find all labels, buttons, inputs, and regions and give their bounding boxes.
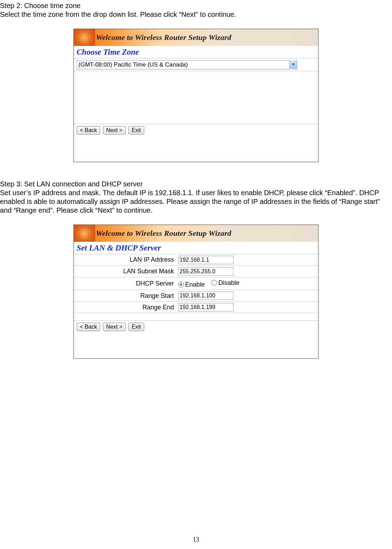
exit-button[interactable]: Exit: [128, 323, 144, 331]
table-row: LAN IP Address: [74, 254, 318, 266]
wizard-lan-panel: Welcome to Wireless Router Setup Wizard …: [74, 225, 318, 359]
dhcp-disable-radio[interactable]: Disable: [211, 279, 239, 287]
radio-checked-icon: [178, 282, 184, 287]
next-button[interactable]: Next >: [103, 323, 126, 331]
lan-ip-label: LAN IP Address: [74, 254, 176, 266]
wizard-heading-timezone: Choose Time Zone: [74, 46, 318, 58]
radio-unchecked-icon: [211, 280, 217, 286]
lan-mask-input[interactable]: [178, 267, 233, 276]
next-button[interactable]: Next >: [103, 126, 126, 135]
table-row: Range End: [74, 302, 318, 313]
table-row: LAN Subnet Mask: [74, 266, 318, 277]
back-button[interactable]: < Back: [77, 126, 100, 135]
back-button[interactable]: < Back: [77, 323, 100, 331]
banner-title: Welcome to Wireless Router Setup Wizard: [96, 228, 231, 238]
lan-mask-label: LAN Subnet Mask: [74, 266, 176, 277]
step3-desc: Set user’s IP address and mask. The defa…: [0, 188, 392, 215]
page-number: 13: [0, 536, 392, 544]
table-row: Range Start: [74, 290, 318, 302]
banner-title: Welcome to Wireless Router Setup Wizard: [96, 33, 231, 42]
wizard-banner: Welcome to Wireless Router Setup Wizard: [74, 29, 318, 46]
range-end-label: Range End: [74, 302, 176, 313]
table-row: DHCP Server Enable Disable: [74, 277, 318, 290]
step3-title: Step 3: Set LAN connection and DHCP serv…: [0, 180, 392, 188]
step2-desc: Select the time zone from the drop down …: [0, 10, 392, 19]
banner-swirl-graphic: [74, 225, 95, 242]
dhcp-disable-label: Disable: [218, 279, 239, 287]
timezone-select[interactable]: [77, 60, 297, 69]
lan-ip-input[interactable]: [178, 256, 233, 264]
step2-title: Step 2: Choose time zone: [0, 1, 392, 10]
exit-button[interactable]: Exit: [128, 126, 144, 135]
range-end-input[interactable]: [178, 303, 233, 311]
range-start-label: Range Start: [74, 290, 176, 302]
wizard-heading-lan: Set LAN & DHCP Server: [74, 242, 318, 254]
banner-swirl-graphic: [74, 29, 95, 46]
range-start-input[interactable]: [178, 291, 233, 300]
dhcp-enable-label: Enable: [185, 281, 205, 289]
wizard-banner: Welcome to Wireless Router Setup Wizard: [74, 225, 318, 242]
dhcp-enable-radio[interactable]: Enable: [178, 281, 205, 289]
wizard-timezone-panel: Welcome to Wireless Router Setup Wizard …: [74, 29, 318, 162]
dhcp-label: DHCP Server: [74, 277, 176, 290]
